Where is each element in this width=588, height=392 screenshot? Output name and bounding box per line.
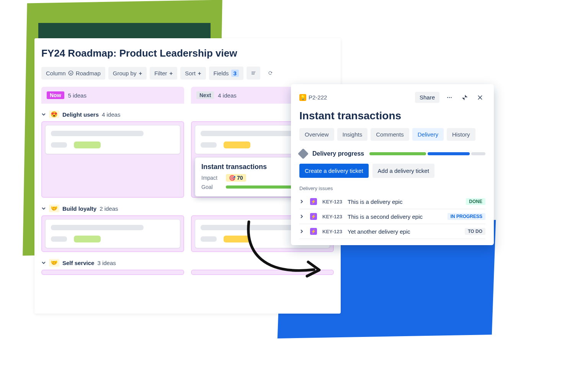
svg-point-2 bbox=[449, 97, 450, 98]
placeholder-line bbox=[201, 131, 293, 136]
placeholder-line bbox=[201, 225, 293, 230]
group-delight-users: 😍 Delight users 4 ideas bbox=[41, 111, 334, 198]
create-delivery-ticket-button[interactable]: Create a delivery ticket bbox=[299, 164, 369, 178]
column-header-now: Now 5 ideas bbox=[41, 87, 184, 104]
placeholder-line bbox=[51, 142, 67, 148]
chevron-down-icon[interactable] bbox=[41, 260, 46, 266]
delivery-progress-bar bbox=[369, 152, 485, 155]
collapse-icon bbox=[462, 94, 468, 101]
svg-point-1 bbox=[447, 97, 448, 98]
group-count: 3 ideas bbox=[97, 260, 116, 266]
issue-key[interactable]: 💡 P2-222 bbox=[299, 94, 327, 101]
placeholder-line bbox=[51, 225, 144, 230]
issue-summary: This is a second delivery epic bbox=[348, 213, 442, 220]
tab-delivery[interactable]: Delivery bbox=[412, 128, 444, 141]
goal-label: Goal bbox=[201, 184, 221, 190]
issue-key: KEY-123 bbox=[322, 199, 342, 205]
issue-key: KEY-123 bbox=[322, 229, 342, 234]
group-build-loyalty: 🤝 Build loyalty 2 ideas bbox=[41, 205, 334, 252]
close-button[interactable] bbox=[475, 92, 485, 103]
svg-point-0 bbox=[69, 71, 73, 75]
tab-comments[interactable]: Comments bbox=[371, 128, 409, 141]
group-count: 4 ideas bbox=[102, 111, 120, 118]
placeholder-line bbox=[51, 236, 67, 242]
placeholder-line bbox=[201, 142, 217, 148]
target-icon: 🎯 bbox=[229, 175, 235, 181]
tab-overview[interactable]: Overview bbox=[299, 128, 334, 141]
more-menu-button[interactable] bbox=[444, 92, 455, 103]
tab-history[interactable]: History bbox=[447, 128, 475, 141]
placeholder-pill bbox=[74, 236, 101, 242]
issue-detail-panel: 💡 P2-222 Share Instant transactions Over… bbox=[291, 84, 494, 245]
sliders-icon bbox=[251, 70, 256, 76]
epic-icon: ⚡ bbox=[310, 198, 317, 205]
placeholder-line bbox=[201, 236, 217, 242]
panel-header: 💡 P2-222 Share bbox=[299, 92, 485, 103]
group-name: Delight users bbox=[62, 111, 99, 118]
epic-icon: ⚡ bbox=[310, 213, 317, 220]
delivery-progress-label: Delivery progress bbox=[312, 150, 364, 157]
impact-label: Impact bbox=[201, 175, 221, 181]
idea-card[interactable] bbox=[45, 125, 180, 154]
chevron-right-icon[interactable] bbox=[299, 198, 305, 205]
cycle-icon bbox=[268, 69, 273, 77]
board-toolbar: Column Roadmap Group by+ Filter+ Sort+ F… bbox=[41, 66, 334, 80]
collapse-button[interactable] bbox=[459, 92, 470, 103]
group-emoji: 🤝 bbox=[49, 205, 59, 212]
column-switcher[interactable]: Column Roadmap bbox=[41, 67, 105, 80]
issue-key: KEY-123 bbox=[322, 214, 342, 220]
impact-value: 🎯 70 bbox=[226, 174, 246, 182]
placeholder-line bbox=[51, 131, 144, 136]
delivery-actions: Create a delivery ticket Add a delivery … bbox=[299, 164, 485, 178]
delivery-issue-row[interactable]: ⚡ KEY-123 This is a delivery epic DONE bbox=[299, 194, 485, 209]
group-count: 2 ideas bbox=[100, 205, 118, 212]
share-button[interactable]: Share bbox=[415, 92, 439, 103]
group-emoji: 😍 bbox=[49, 111, 59, 118]
delivery-issue-row[interactable]: ⚡ KEY-123 Yet another delivery epic TO D… bbox=[299, 224, 485, 239]
add-delivery-ticket-button[interactable]: Add a delivery ticket bbox=[372, 164, 434, 178]
column-tag: Now bbox=[47, 91, 64, 99]
issue-summary: Yet another delivery epic bbox=[348, 228, 459, 235]
panel-tabs: Overview Insights Comments Delivery Hist… bbox=[299, 128, 485, 141]
more-icon bbox=[446, 94, 452, 101]
plus-icon: + bbox=[198, 70, 201, 76]
settings-icon-button[interactable] bbox=[247, 67, 260, 80]
group-self-service: 🤝 Self service 3 ideas bbox=[41, 259, 334, 275]
tab-insights[interactable]: Insights bbox=[337, 128, 368, 141]
chevron-down-icon bbox=[68, 70, 74, 76]
refresh-icon-button[interactable] bbox=[263, 66, 277, 80]
chevron-down-icon[interactable] bbox=[41, 111, 46, 118]
page-title: FY24 Roadmap: Product Leadership view bbox=[41, 47, 334, 59]
swimlane-next bbox=[191, 270, 334, 275]
placeholder-pill bbox=[224, 236, 250, 242]
delivery-issue-row[interactable]: ⚡ KEY-123 This is a second delivery epic… bbox=[299, 209, 485, 224]
panel-title: Instant transactions bbox=[299, 110, 485, 122]
svg-point-3 bbox=[451, 97, 452, 98]
chevron-right-icon[interactable] bbox=[299, 213, 305, 220]
sort-button[interactable]: Sort+ bbox=[180, 67, 206, 80]
close-icon bbox=[477, 94, 483, 101]
group-emoji: 🤝 bbox=[49, 259, 59, 267]
placeholder-pill bbox=[74, 142, 101, 148]
chevron-down-icon[interactable] bbox=[41, 205, 46, 212]
diamond-icon bbox=[298, 148, 309, 159]
group-by-button[interactable]: Group by+ bbox=[108, 67, 147, 80]
group-name: Self service bbox=[62, 260, 94, 266]
delivery-progress: Delivery progress bbox=[299, 150, 485, 158]
column-tag: Next bbox=[196, 91, 214, 99]
filter-button[interactable]: Filter+ bbox=[150, 67, 177, 80]
fields-button[interactable]: Fields 3 bbox=[209, 67, 243, 80]
epic-icon: ⚡ bbox=[310, 228, 317, 235]
idea-icon: 💡 bbox=[299, 94, 306, 101]
column-count: 4 ideas bbox=[218, 92, 236, 99]
delivery-issues-label: Delivery issues bbox=[299, 185, 485, 191]
status-badge: DONE bbox=[466, 198, 485, 205]
issue-summary: This is a delivery epic bbox=[348, 198, 461, 205]
status-badge: TO DO bbox=[465, 228, 485, 235]
column-count: 5 ideas bbox=[68, 92, 87, 99]
chevron-right-icon[interactable] bbox=[299, 228, 305, 235]
status-badge: IN PROGRESS bbox=[448, 213, 485, 220]
swimlane-now bbox=[41, 121, 184, 198]
placeholder-pill bbox=[224, 142, 250, 148]
idea-card[interactable] bbox=[45, 219, 180, 248]
